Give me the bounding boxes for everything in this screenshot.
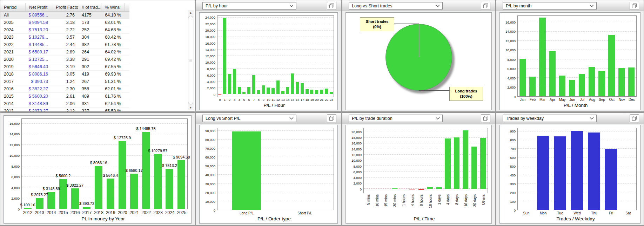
scrollbar-thumb[interactable] bbox=[188, 16, 193, 104]
table-row[interactable]: 2019$ 5646.403.1930267.55 % bbox=[0, 63, 129, 71]
table-row[interactable]: 2020$ 12725...3.3829169.42 % bbox=[0, 56, 129, 63]
table-cell: 2.30 bbox=[52, 85, 78, 92]
table-row[interactable]: 2018$ 8086.163.0541969.93 % bbox=[0, 71, 129, 78]
y-tick-label: 2,000 bbox=[507, 85, 516, 89]
chevron-down-icon bbox=[289, 117, 294, 120]
chart-type-dropdown[interactable]: P/L by month bbox=[503, 2, 597, 9]
copy-chart-button[interactable] bbox=[481, 114, 490, 122]
table-cell: 3.57 bbox=[52, 34, 78, 41]
column-header[interactable]: Period bbox=[0, 3, 26, 11]
column-header[interactable]: % Wins bbox=[101, 3, 125, 11]
copy-chart-button[interactable] bbox=[327, 114, 336, 122]
x-tick-label: Jul bbox=[577, 97, 587, 102]
panel-pl-by-duration: P/L by trade duration 02,0004,0006,0008,… bbox=[342, 112, 495, 225]
copy-chart-button[interactable] bbox=[630, 114, 639, 122]
x-tick-label: 10 bbox=[266, 97, 271, 102]
table-cell: 67.55 % bbox=[101, 63, 125, 70]
table-row[interactable]: 2015$ 5600.202.6148961.76 % bbox=[0, 93, 129, 100]
table-row[interactable]: All$ 89556...2.76417564.10 % bbox=[0, 12, 129, 19]
bar-14 bbox=[286, 87, 289, 94]
gridline bbox=[364, 132, 488, 132]
chart-type-dropdown[interactable]: P/L by hour bbox=[202, 2, 296, 9]
x-tick-label: 30 days bbox=[473, 194, 477, 207]
x-tick-label: 1 bbox=[222, 97, 227, 102]
chart-type-dropdown[interactable]: Long vs Short P/L bbox=[202, 115, 296, 122]
scroll-down-arrow-icon[interactable]: ▼ bbox=[188, 105, 194, 110]
plot-area bbox=[517, 128, 637, 210]
y-tick-label: 8,000 bbox=[11, 164, 20, 168]
dropdown-selected-label: P/L by trade duration bbox=[352, 116, 393, 121]
bar-16 bbox=[296, 82, 299, 94]
table-row[interactable]: 2025$ 9094.583.1817363.01 % bbox=[0, 19, 129, 26]
table-row[interactable]: 2016$ 3822.272.3035862.01 % bbox=[0, 85, 129, 93]
bar-2016 bbox=[71, 188, 79, 209]
dropdown-selected-label: Trades by weekday bbox=[506, 116, 544, 121]
period-stats-table: PeriodNet ProfitProfit Factor# of trad..… bbox=[0, 0, 195, 111]
gridline bbox=[217, 37, 334, 37]
y-tick-label: 30,000 bbox=[205, 182, 215, 186]
y-axis: 02,0004,0006,0008,00010,00012,00014,0001… bbox=[201, 15, 217, 97]
column-header[interactable]: # of trad... bbox=[78, 3, 101, 11]
copy-chart-button[interactable] bbox=[481, 2, 490, 10]
gridline bbox=[518, 40, 636, 41]
table-cell: 331 bbox=[78, 100, 101, 107]
table-row[interactable]: 2023$ 10279...3.5730468.42 % bbox=[0, 34, 129, 41]
table-cell: 419 bbox=[78, 71, 101, 78]
gridline bbox=[364, 160, 488, 160]
table-cell: 61.78 % bbox=[101, 41, 125, 48]
y-tick-label: 6,000 bbox=[353, 170, 362, 174]
gridline bbox=[364, 188, 488, 189]
column-header[interactable]: Profit Factor bbox=[52, 3, 78, 11]
table-row[interactable]: 2021$ 6580.172.8926464.02 % bbox=[0, 49, 129, 56]
table-row[interactable]: 2024$ 7513.202.7225264.68 % bbox=[0, 26, 129, 34]
table-cell: 68.42 % bbox=[101, 34, 125, 41]
bar-4 days bbox=[445, 138, 450, 189]
copy-chart-button[interactable] bbox=[630, 2, 639, 10]
plot-area bbox=[217, 15, 334, 97]
bar-2020 bbox=[119, 141, 126, 209]
gridline bbox=[217, 43, 334, 43]
panel-header: P/L by month bbox=[496, 0, 644, 11]
gridline bbox=[364, 183, 488, 183]
bar-2024 bbox=[166, 169, 173, 209]
table-cell: 2016 bbox=[0, 85, 26, 92]
table-row[interactable]: 2014$ 3148.892.0633162.54 % bbox=[0, 100, 129, 108]
bar-value-label: $ 10279.57 bbox=[148, 149, 167, 153]
x-tick-label: 5 bbox=[242, 97, 247, 102]
scroll-up-arrow-icon[interactable]: ▲ bbox=[188, 10, 194, 15]
x-tick-label: 1 days bbox=[437, 194, 441, 205]
y-tick-label: 0 bbox=[214, 208, 215, 212]
x-tick-label: 19 bbox=[310, 97, 315, 102]
chart-type-dropdown[interactable]: Trades by weekday bbox=[503, 115, 597, 122]
table-row[interactable]: 2022$ 14485...2.4438261.78 % bbox=[0, 41, 129, 49]
x-tick-label: 3 bbox=[232, 97, 237, 102]
column-header[interactable]: Net Profit bbox=[26, 3, 52, 11]
table-cell: 3.05 bbox=[52, 71, 78, 78]
bar-10 bbox=[267, 88, 270, 94]
table-cell: 62.01 % bbox=[101, 85, 125, 92]
x-tick-label: 22 bbox=[324, 97, 329, 102]
bar-Long P/L bbox=[232, 131, 261, 210]
table-cell: $ 10279... bbox=[26, 34, 52, 41]
table-scrollbar[interactable]: ▲ ▼ bbox=[188, 10, 194, 110]
bar-value-label: $ 109.16 bbox=[20, 203, 35, 207]
panel-period-stats: PeriodNet ProfitProfit Factor# of trad..… bbox=[0, 0, 195, 112]
x-tick-label: 4 hours bbox=[408, 193, 417, 215]
y-tick-label: 70,000 bbox=[205, 146, 215, 150]
dropdown-selected-label: Long vs Short trades bbox=[352, 4, 392, 8]
y-tick-label: 14,000 bbox=[9, 132, 20, 136]
bar-Jan bbox=[519, 59, 526, 96]
plot-area bbox=[363, 128, 488, 193]
table-row[interactable]: 2013$ 2073.272.1233765.58 % bbox=[0, 108, 129, 112]
chart-type-dropdown[interactable]: P/L by trade duration bbox=[349, 115, 443, 122]
table-cell: 64.68 % bbox=[101, 26, 125, 33]
bar-value-label: $ 3148.89 bbox=[43, 187, 60, 191]
table-row[interactable]: 2017$ 390.731.2426751.31 % bbox=[0, 78, 129, 85]
table-cell: $ 3822.27 bbox=[26, 85, 52, 92]
chart-type-dropdown[interactable]: Long vs Short trades bbox=[349, 2, 443, 9]
y-tick-label: 700 bbox=[510, 147, 516, 150]
plot-area bbox=[517, 15, 637, 97]
x-tick-label: 8 hours bbox=[417, 193, 426, 215]
copy-chart-button[interactable] bbox=[327, 2, 336, 10]
gridline bbox=[217, 130, 334, 131]
